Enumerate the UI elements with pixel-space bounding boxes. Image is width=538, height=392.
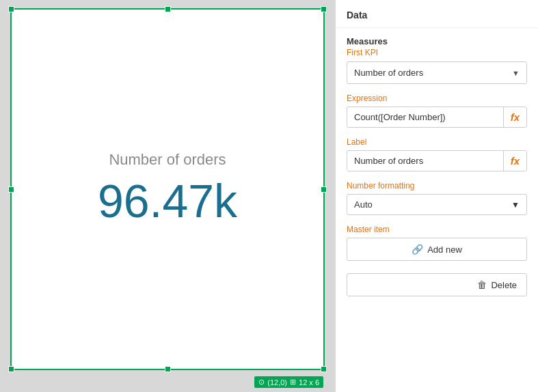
label-section: Label fx [347,137,527,171]
first-kpi-label: First KPI [347,48,527,57]
handle-bottom-left[interactable] [8,366,14,372]
label-input-row: fx [347,150,527,171]
right-panel: Data Measures First KPI Number of orders… [335,0,538,392]
add-new-button[interactable]: 🔗 Add new [347,238,527,261]
size-icon: ⊞ [290,378,296,387]
add-new-label: Add new [427,244,462,255]
measure-dropdown-value: Number of orders [354,68,423,78]
expression-input[interactable] [347,107,503,127]
master-item-label: Master item [347,225,527,234]
handle-top-right[interactable] [321,6,327,12]
panel-header: Data [336,0,538,28]
kpi-widget[interactable]: Number of orders 96.47k ⊙ (12,0) ⊞ 12 x … [10,8,325,370]
link-icon: 🔗 [412,244,423,255]
expression-section: Expression fx [347,94,527,128]
canvas-area: Number of orders 96.47k ⊙ (12,0) ⊞ 12 x … [0,0,335,392]
label-fx-button[interactable]: fx [503,151,526,171]
handle-bottom-center[interactable] [165,366,171,372]
kpi-label: Number of orders [109,151,226,169]
handle-mid-right[interactable] [321,186,327,193]
handle-bottom-right[interactable] [321,366,327,372]
number-formatting-label: Number formatting [347,181,527,191]
label-input[interactable] [347,151,503,171]
chevron-down-icon: ▼ [512,69,520,77]
size-text: 12 x 6 [299,378,319,387]
delete-button[interactable]: 🗑 Delete [347,273,527,296]
number-formatting-section: Number formatting Auto Number Money Date… [347,181,527,215]
measure-dropdown[interactable]: Number of orders ▼ [347,61,527,84]
measures-title: Measures [347,36,527,46]
expression-fx-button[interactable]: fx [503,107,526,127]
label-field-label: Label [347,137,527,147]
measures-section: Measures First KPI Number of orders ▼ [347,36,527,84]
position-text: (12,0) [267,378,287,387]
position-badge: ⊙ (12,0) ⊞ 12 x 6 [254,376,323,388]
expression-input-row: fx [347,107,527,128]
widget-content: Number of orders 96.47k [12,10,323,369]
number-formatting-arrow-icon: ▼ [505,200,526,210]
delete-label: Delete [491,280,517,290]
label-fx-icon: fx [511,155,520,167]
bottom-actions: 🗑 Delete [347,273,527,296]
panel-body: Measures First KPI Number of orders ▼ Ex… [336,28,538,305]
kpi-value: 96.47k [98,174,237,227]
position-icon: ⊙ [258,378,265,387]
handle-mid-left[interactable] [8,186,14,193]
expression-label: Expression [347,94,527,103]
trash-icon: 🗑 [477,279,487,290]
number-formatting-select[interactable]: Auto Number Money Date [347,195,505,214]
handle-top-left[interactable] [8,6,14,12]
fx-icon: fx [511,111,520,123]
number-formatting-select-row: Auto Number Money Date ▼ [347,194,527,215]
master-item-section: Master item 🔗 Add new [347,225,527,261]
panel-header-label: Data [347,10,367,20]
handle-top-center[interactable] [165,6,171,12]
